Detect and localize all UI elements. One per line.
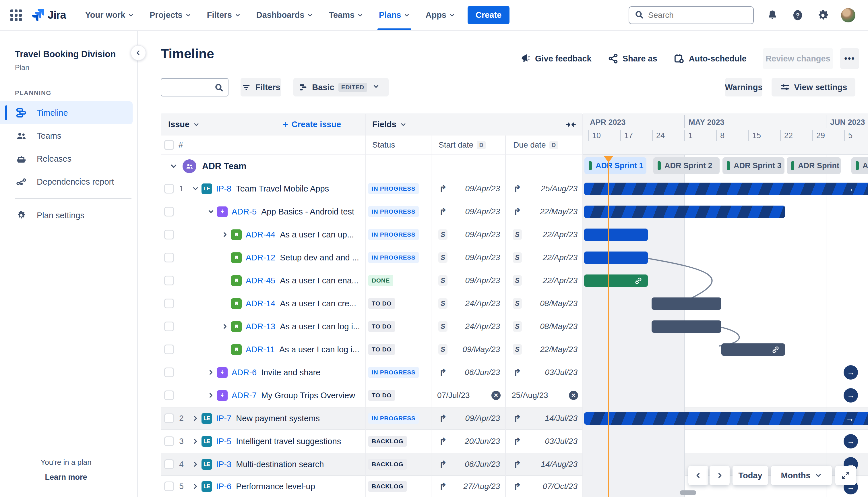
plan-name: Travel Booking Division xyxy=(15,49,116,59)
chevron-down-icon xyxy=(404,12,410,18)
nav-teams[interactable]: Teams xyxy=(321,0,371,30)
planning-section-label: PLANNING xyxy=(15,89,52,97)
plan-context-text: You're in a plan xyxy=(0,458,132,467)
chevron-down-icon xyxy=(128,12,134,18)
sidebar-divider xyxy=(15,198,131,199)
offscreen-bar-marker[interactable]: → xyxy=(843,388,858,402)
search-icon xyxy=(634,10,644,21)
chevron-down-icon xyxy=(449,12,455,18)
notifications-bell-icon[interactable] xyxy=(766,9,779,22)
create-button[interactable]: Create xyxy=(467,6,509,24)
sidebar-item-label: Timeline xyxy=(37,108,68,118)
nav-dashboards[interactable]: Dashboards xyxy=(249,0,321,30)
sprint-pill[interactable]: ADR Sprint 1 xyxy=(584,157,647,174)
scroll-left-button[interactable] xyxy=(688,466,708,485)
horizontal-scrollbar-thumb[interactable] xyxy=(680,491,696,495)
chevron-down-icon xyxy=(185,12,191,18)
nav-menu: Your work Projects Filters Dashboards Te… xyxy=(77,0,510,30)
jira-logo-text: Jira xyxy=(48,9,66,21)
jira-logo[interactable]: Jira xyxy=(30,7,66,23)
sidebar-collapse-button[interactable] xyxy=(131,45,146,60)
gantt-bar-adr45[interactable] xyxy=(584,274,648,287)
sidebar-item-releases[interactable]: Releases xyxy=(0,147,133,170)
plan-settings-gear-icon xyxy=(15,209,28,222)
sidebar-item-label: Releases xyxy=(37,154,71,164)
releases-ship-icon xyxy=(15,153,28,165)
nav-apps[interactable]: Apps xyxy=(418,0,463,30)
fullscreen-button[interactable] xyxy=(835,466,856,485)
help-icon[interactable]: ? xyxy=(791,9,804,22)
dependency-link-icon[interactable] xyxy=(634,276,643,286)
dependency-link-icon[interactable] xyxy=(771,345,780,355)
sidebar-item-label: Plan settings xyxy=(37,211,84,220)
sidebar-item-label: Teams xyxy=(37,131,61,141)
teams-icon xyxy=(15,129,28,142)
zoom-level-selector[interactable]: Months xyxy=(771,466,832,485)
nav-projects[interactable]: Projects xyxy=(142,0,199,30)
gantt-bar-adr14[interactable] xyxy=(652,297,721,310)
offscreen-bar-marker[interactable]: → xyxy=(843,365,858,380)
gantt-bar-adr11[interactable] xyxy=(721,343,785,356)
sprint-pill[interactable]: ADR Sprint 4 xyxy=(787,157,841,174)
offscreen-bar-marker[interactable]: → xyxy=(843,434,858,449)
sidebar-item-timeline[interactable]: Timeline xyxy=(0,101,133,124)
continues-right-icon: → xyxy=(845,184,854,194)
sidebar-item-label: Dependencies report xyxy=(37,177,114,187)
gantt-bar-adr12[interactable] xyxy=(584,252,648,264)
timeline-icon xyxy=(15,106,28,119)
plan-sidebar: Travel Booking Division Plan PLANNING Ti… xyxy=(0,31,138,497)
top-navigation: Jira Your work Projects Filters Dashboar… xyxy=(0,0,868,31)
today-marker-line xyxy=(608,157,609,497)
svg-text:?: ? xyxy=(796,12,800,19)
nav-right-cluster: ? xyxy=(628,6,855,24)
sprint-pill[interactable]: ADR Sprint 5 xyxy=(851,157,868,174)
gantt-bar-adr5[interactable] xyxy=(584,205,785,218)
nav-filters[interactable]: Filters xyxy=(199,0,249,30)
today-button[interactable]: Today xyxy=(733,466,768,485)
plan-type: Plan xyxy=(15,63,29,72)
sidebar-item-plan-settings[interactable]: Plan settings xyxy=(0,204,133,227)
continues-right-icon: → xyxy=(845,413,854,423)
chevron-down-icon xyxy=(307,12,313,18)
sprint-pill[interactable]: ADR Sprint 2 xyxy=(653,157,720,174)
chevron-down-icon xyxy=(815,472,822,479)
gantt-bar-ip8[interactable]: → xyxy=(584,183,868,195)
gantt-bar-ip7[interactable]: → xyxy=(584,412,868,425)
dependencies-icon xyxy=(15,175,28,188)
user-avatar[interactable] xyxy=(841,8,855,23)
chevron-down-icon xyxy=(357,12,363,18)
jira-logo-icon xyxy=(30,7,46,23)
learn-more-link[interactable]: Learn more xyxy=(0,473,132,482)
nav-your-work[interactable]: Your work xyxy=(77,0,142,30)
sidebar-item-teams[interactable]: Teams xyxy=(0,124,133,147)
chevron-down-icon xyxy=(234,12,241,18)
today-marker-triangle xyxy=(604,156,613,162)
app-switcher-icon[interactable] xyxy=(10,9,23,22)
scroll-right-button[interactable] xyxy=(710,466,730,485)
sprint-pill[interactable]: ADR Sprint 3 xyxy=(722,157,784,174)
global-search[interactable] xyxy=(628,6,754,24)
global-search-input[interactable] xyxy=(648,11,743,20)
gantt-bar-adr13[interactable] xyxy=(652,321,721,333)
sidebar-item-dependencies-report[interactable]: Dependencies report xyxy=(0,170,133,193)
sprint-status-tick xyxy=(589,161,592,170)
gantt-bar-adr44[interactable] xyxy=(584,229,648,241)
settings-gear-icon[interactable] xyxy=(816,9,829,22)
nav-plans[interactable]: Plans xyxy=(371,0,418,30)
